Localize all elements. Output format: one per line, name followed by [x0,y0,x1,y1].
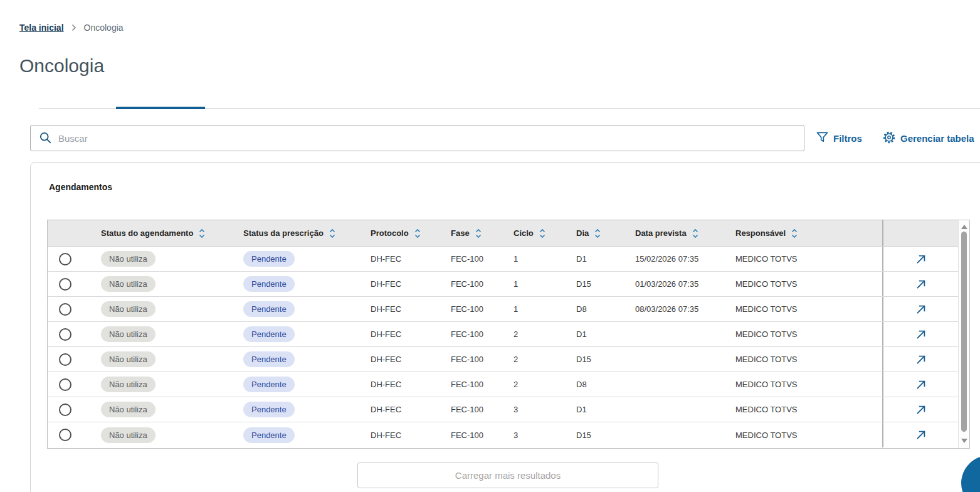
row-radio-button[interactable] [59,353,71,366]
open-row-button[interactable] [915,279,927,290]
open-row-button[interactable] [915,329,927,340]
responsavel-cell: MEDICO TOTVS [717,397,882,422]
column-header-ciclo[interactable]: Ciclo [495,220,557,246]
open-row-button[interactable] [915,404,927,415]
sort-icon[interactable] [692,228,698,238]
status-agendamento-badge: Não utiliza [101,276,155,292]
open-row-button[interactable] [915,304,927,315]
table-row: Não utiliza Pendente DH-FEC FEC-100 2 D1… [48,322,969,347]
status-prescricao-badge: Pendente [243,251,295,267]
open-row-button[interactable] [915,354,927,365]
sort-icon[interactable] [199,228,205,238]
column-header-fase[interactable]: Fase [432,220,495,246]
table-row: Não utiliza Pendente DH-FEC FEC-100 1 D1… [48,247,969,272]
row-radio-button[interactable] [59,253,71,265]
open-row-button[interactable] [915,429,927,441]
scroll-down-arrow-icon[interactable] [959,436,969,446]
dia-cell: D15 [557,272,616,296]
active-tab-indicator[interactable] [116,107,205,109]
status-prescricao-cell: Pendente [224,347,352,372]
fase-cell: FEC-100 [432,297,495,321]
row-radio-button[interactable] [59,404,71,416]
row-radio-button[interactable] [59,278,71,291]
manage-table-button[interactable]: Gerenciar tabela [883,129,974,147]
table-scrollbar[interactable] [958,220,969,448]
sort-icon[interactable] [414,228,421,238]
column-header-label: Data prevista [635,228,687,238]
open-row-button[interactable] [915,254,927,265]
table-row: Não utiliza Pendente DH-FEC FEC-100 2 D8… [48,372,969,397]
chevron-right-icon [71,24,76,31]
load-more-button[interactable]: Carregar mais resultados [357,463,658,488]
sort-icon[interactable] [539,228,545,238]
row-radio-button[interactable] [59,429,71,441]
panel-title: Agendamentos [49,182,112,192]
status-prescricao-cell: Pendente [224,322,352,346]
dia-cell: D1 [557,322,616,346]
search-input[interactable] [30,125,804,151]
table-body: Não utiliza Pendente DH-FEC FEC-100 1 D1… [48,247,969,447]
row-select-cell [48,322,82,346]
filters-button[interactable]: Filtros [816,129,862,147]
row-action-cell [882,247,959,271]
status-agendamento-cell: Não utiliza [82,322,224,346]
status-agendamento-cell: Não utiliza [82,422,224,447]
data-prevista-cell: 08/03/2026 07:35 [616,297,717,321]
column-header-data-prevista[interactable]: Data prevista [616,220,717,246]
page-title: Oncologia [19,55,104,77]
row-radio-button[interactable] [59,328,71,341]
sort-icon[interactable] [791,228,798,238]
column-header-label: Status do agendamento [101,228,193,238]
column-header-responsavel[interactable]: Responsável [717,220,882,246]
status-prescricao-badge: Pendente [243,402,295,417]
dia-cell: D15 [557,422,616,447]
row-action-cell [882,297,959,321]
column-header-protocolo[interactable]: Protocolo [352,220,432,246]
responsavel-cell: MEDICO TOTVS [717,422,882,447]
gear-icon [883,131,895,146]
appointments-table: Status do agendamento Status da prescriç… [47,220,970,449]
column-header-label: Ciclo [514,228,534,238]
status-prescricao-badge: Pendente [243,276,295,292]
data-prevista-cell: 15/02/2026 07:35 [616,247,717,271]
fase-cell: FEC-100 [432,372,495,397]
sort-icon[interactable] [475,228,482,238]
column-header-label: Protocolo [371,228,409,238]
dia-cell: D15 [557,347,616,372]
table-row: Não utiliza Pendente DH-FEC FEC-100 1 D1… [48,272,969,297]
open-row-button[interactable] [915,379,927,390]
data-prevista-cell [616,347,717,372]
row-action-cell [882,372,959,397]
row-action-cell [882,322,959,346]
protocolo-cell: DH-FEC [352,247,432,271]
column-header-label: Dia [576,228,589,238]
open-arrow-icon [915,254,927,265]
status-prescricao-badge: Pendente [243,351,295,367]
dia-cell: D8 [557,297,616,321]
breadcrumb-link-home[interactable]: Tela inicial [19,23,64,33]
column-header-status-prescricao[interactable]: Status da prescrição [224,220,352,246]
status-agendamento-badge: Não utiliza [101,251,155,267]
column-header-dia[interactable]: Dia [557,220,616,246]
open-arrow-icon [915,304,927,315]
status-agendamento-cell: Não utiliza [82,272,224,296]
row-action-cell [882,422,959,447]
scroll-up-arrow-icon[interactable] [959,222,969,232]
filter-funnel-icon [816,132,828,144]
fase-cell: FEC-100 [432,347,495,372]
responsavel-cell: MEDICO TOTVS [717,297,882,321]
status-prescricao-cell: Pendente [224,397,352,422]
open-arrow-icon [915,279,927,290]
protocolo-cell: DH-FEC [352,397,432,422]
row-radio-button[interactable] [59,378,71,391]
scrollbar-thumb[interactable] [961,232,967,432]
dia-cell: D1 [557,247,616,271]
table-row: Não utiliza Pendente DH-FEC FEC-100 1 D8… [48,297,969,322]
row-radio-button[interactable] [59,303,71,316]
column-header-status-agendamento[interactable]: Status do agendamento [82,220,224,246]
sort-icon[interactable] [329,228,335,238]
status-agendamento-cell: Não utiliza [82,397,224,422]
sort-icon[interactable] [594,228,601,238]
responsavel-cell: MEDICO TOTVS [717,247,882,271]
open-arrow-icon [915,329,927,340]
